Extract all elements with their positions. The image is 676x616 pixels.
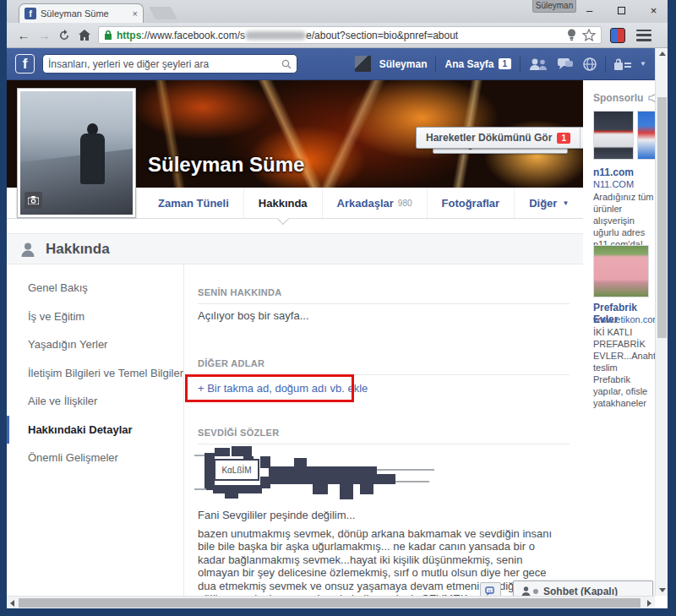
browser-window: f Süleyman Süme × Süleyman – × ← → https… (0, 0, 676, 616)
header-divider (435, 56, 436, 73)
account-caret-icon[interactable]: ▼ (640, 60, 646, 68)
vertical-scroll-thumb[interactable] (657, 97, 667, 338)
reload-button[interactable] (54, 30, 74, 41)
horizontal-scrollbar[interactable] (7, 596, 655, 608)
update-profile-photo-button[interactable] (25, 192, 42, 209)
address-bar[interactable]: https://www.facebook.com/se/about?sectio… (98, 26, 602, 44)
ad-image-toy-box[interactable] (637, 111, 655, 160)
key-art-label: KαLßİM (221, 465, 251, 475)
person-icon (20, 242, 35, 257)
privacy-shortcuts-icon[interactable] (614, 58, 631, 70)
nav-item-places[interactable]: Yaşadığın Yerler (7, 330, 183, 359)
url-text: https://www.facebook.com/se/about?sectio… (117, 30, 458, 41)
header-divider (605, 56, 606, 73)
scroll-right-arrow[interactable] (644, 597, 655, 609)
chat-status-dot (533, 589, 538, 594)
header-avatar[interactable] (355, 56, 371, 72)
forward-button[interactable]: → (34, 28, 54, 42)
nav-item-details-about[interactable]: Hakkındaki Detaylar (7, 416, 183, 444)
activity-log-button[interactable]: Hareketler Dökümünü Gör 1 (417, 128, 580, 148)
tab-label: Fotoğraflar (442, 197, 500, 210)
header-divider (520, 56, 521, 73)
activity-badge: 1 (557, 133, 570, 144)
search-icon (281, 59, 292, 69)
chrome-menu-icon[interactable] (636, 30, 651, 41)
back-button[interactable]: ← (14, 28, 34, 42)
search-input[interactable] (48, 58, 281, 70)
tab-close-icon[interactable]: × (133, 8, 138, 19)
messages-icon[interactable] (558, 58, 573, 70)
tab-photos[interactable]: Fotoğraflar (428, 188, 515, 218)
home-link[interactable]: Ana Sayfa1 (444, 58, 511, 70)
tab-timeline[interactable]: Zaman Tüneli (144, 188, 244, 218)
browser-toolbar: ← → https://www.facebook.com/se/about?se… (7, 23, 668, 48)
tab-label: Hakkında (259, 197, 308, 210)
header-profile-link[interactable]: Süleyman (379, 58, 428, 70)
nav-item-contact-basic-info[interactable]: İletişim Bilgileri ve Temel Bilgiler (7, 359, 183, 388)
ad-title-link[interactable]: n11.com (593, 166, 634, 178)
home-button[interactable] (74, 30, 95, 41)
ad-body-text: Aradığınız tüm ürünler alışverişin uğurl… (593, 191, 655, 250)
title-bar: f Süleyman Süme × Süleyman – × (7, 0, 668, 23)
tab-friends[interactable]: Arkadaşlar980 (323, 188, 428, 218)
ad-image-toy-set[interactable] (593, 111, 634, 160)
about-title: Hakkında (46, 241, 110, 258)
home-label: Ana Sayfa (444, 58, 493, 70)
search-box[interactable] (42, 54, 297, 74)
facebook-page: f Süleyman Ana Sayfa1 (7, 48, 655, 596)
reload-icon (58, 30, 70, 41)
chrome-profile-badge[interactable]: Süleyman (532, 0, 576, 13)
photo-person-silhouette (79, 123, 107, 189)
home-icon (79, 30, 90, 41)
ad-subtitle[interactable]: N11.COM (593, 179, 634, 189)
ad-image-prefab-house[interactable] (593, 245, 649, 297)
new-tab-button[interactable] (149, 7, 177, 19)
megaphone-icon[interactable] (648, 94, 655, 102)
bookmark-star-icon[interactable] (582, 29, 596, 41)
nav-item-overview[interactable]: Genel Bakış (7, 274, 183, 303)
nav-item-family-relationships[interactable]: Aile ve İlişkiler (7, 387, 183, 416)
ads-rail: Sponsorlu n11.com N11.COM Aradığınız tüm… (583, 80, 655, 596)
horizontal-scroll-thumb[interactable] (19, 598, 641, 608)
browser-tab[interactable]: f Süleyman Süme × (19, 3, 144, 23)
profile-picture[interactable] (17, 88, 136, 218)
maximize-icon (618, 7, 625, 14)
facebook-logo[interactable]: f (15, 54, 35, 74)
tab-more[interactable]: Diğer▼ (515, 188, 584, 218)
tab-label: Zaman Tüneli (158, 197, 229, 210)
annotation-highlight-box (185, 374, 354, 402)
chat-person-icon (521, 586, 531, 597)
url-path: e/about?section=bio&pnref=about (306, 30, 458, 41)
nav-item-life-events[interactable]: Önemli Gelişmeler (7, 444, 183, 472)
friend-requests-icon[interactable] (529, 58, 548, 70)
minimize-button[interactable]: – (581, 3, 598, 19)
close-button[interactable]: × (645, 3, 662, 19)
scroll-down-arrow[interactable] (656, 585, 668, 596)
url-host: ://www.facebook.com/s (141, 30, 245, 41)
vertical-scrollbar[interactable] (655, 48, 668, 596)
nav-item-work-education[interactable]: İş ve Eğitim (7, 303, 183, 331)
lightbulb-icon[interactable] (567, 29, 576, 41)
active-tab-notch (277, 213, 289, 225)
chat-bar[interactable]: Sohbet (Kapalı) (513, 581, 653, 596)
tab-about[interactable]: Hakkında (244, 188, 323, 218)
about-you-text: Açılıyor boş bir sayfa... (198, 309, 309, 322)
ad-subtitle[interactable]: www.etikon.com.tr (593, 314, 655, 324)
page-extension-button[interactable]: n (480, 582, 501, 596)
home-badge: 1 (499, 58, 512, 69)
facebook-header: f Süleyman Ana Sayfa1 (7, 48, 655, 80)
section-header-quotes: SEVDİĞİ SÖZLER (198, 428, 570, 444)
quote-line: Fani Sevgililer peşinde değilim... (198, 509, 355, 521)
scroll-left-arrow[interactable] (7, 597, 18, 609)
chevron-down-icon: ▼ (562, 199, 569, 207)
extension-icon[interactable] (610, 28, 625, 43)
chat-label: Sohbet (Kapalı) (543, 586, 618, 597)
facebook-favicon: f (25, 8, 36, 19)
section-header-about-you: SENİN HAKKINDA (198, 287, 570, 304)
notifications-globe-icon[interactable] (583, 57, 597, 71)
camera-icon (28, 196, 39, 204)
maximize-button[interactable] (613, 3, 630, 19)
translate-bubble-icon: n (485, 586, 496, 597)
scroll-up-arrow[interactable] (656, 48, 668, 59)
section-header-other-names: DİĞER ADLAR (198, 358, 570, 375)
